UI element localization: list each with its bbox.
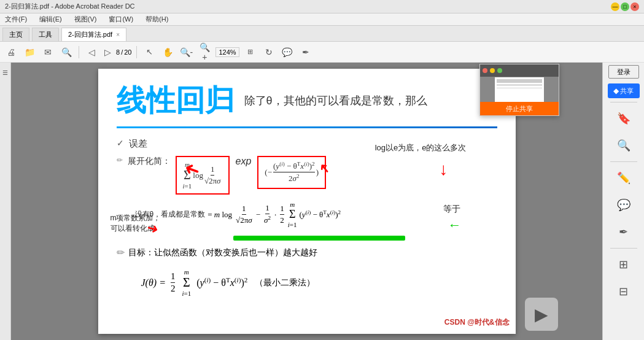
page-total: 20 <box>124 48 131 56</box>
menu-bar: 文件(F) 编辑(E) 视图(V) 窗口(W) 帮助(H) <box>0 14 644 26</box>
toolbar-sep2 <box>136 46 137 58</box>
share-button[interactable]: ◆ 共享 <box>608 83 640 98</box>
expand-icon: ⊞ <box>619 258 628 271</box>
toolbar-fit-btn[interactable]: ⊞ <box>243 45 258 60</box>
bookmark-icon: 🔖 <box>617 112 630 125</box>
checkmark-icon: ✓ <box>117 138 124 148</box>
pdf-page: 线性回归 除了θ，其他的可以看成是常数，那么 ✓ 误差 ✏ 展开化简： <box>98 69 516 334</box>
frac-eq: 1 √2πσ <box>236 204 252 225</box>
sidebar-divider-3 <box>610 248 637 249</box>
frac-2: (y(i) − θTx(i))2 2σ2 <box>273 161 315 184</box>
frac-eq2: 1 σ2 <box>264 203 271 225</box>
tab-close-icon[interactable]: × <box>116 31 120 38</box>
toolbar-email-btn[interactable]: ✉ <box>41 45 55 60</box>
sidebar-divider-2 <box>610 161 637 162</box>
final-frac: 1 2 <box>171 271 176 294</box>
menu-view[interactable]: 视图(V) <box>72 14 99 25</box>
toolbar-prev-btn[interactable]: ◁ <box>84 45 99 60</box>
menu-help[interactable]: 帮助(H) <box>143 14 171 25</box>
login-button[interactable]: 登录 <box>608 65 639 79</box>
sidebar-annotate-btn[interactable]: ✏️ <box>610 166 637 190</box>
pencil-icon: ✏ <box>117 156 123 164</box>
title-bar: 2-回归算法.pdf - Adobe Acrobat Reader DC — □… <box>0 0 644 14</box>
left-panel-btn[interactable]: ☰ <box>1 65 10 80</box>
zoom-level: 124% <box>215 47 239 57</box>
toolbar-print-btn[interactable]: 🖨 <box>4 45 18 60</box>
title-underline <box>117 126 497 128</box>
log-annotation: log以e为底，e的这么多次 <box>375 142 467 153</box>
pdf-title-chinese: 线性回归 <box>117 81 235 120</box>
stop-share-button[interactable]: 停止共享 <box>480 102 559 115</box>
close-button[interactable]: × <box>630 2 639 11</box>
expand-label: 展开化简： <box>128 156 171 167</box>
goal-pencil-icon: ✏ <box>117 247 125 258</box>
play-overlay[interactable]: ▶ <box>525 298 558 331</box>
toolbar-navigation: ◁ ▷ 8 / 20 <box>84 45 131 60</box>
green-arrow: ← <box>448 217 462 233</box>
goal-section: ✏ 目标：让似然函数（对数变换后也一样）越大越好 <box>117 247 497 258</box>
error-label: 误差 <box>129 138 147 150</box>
pdf-title-subtitle: 除了θ，其他的可以看成是常数，那么 <box>244 93 427 108</box>
toolbar-separator <box>79 46 79 58</box>
green-highlight-bar <box>233 236 405 241</box>
sidebar-bookmark-btn[interactable]: 🔖 <box>610 106 637 131</box>
tab-bar: 主页 工具 2-回归算法.pdf × <box>0 26 644 42</box>
toolbar-zoom-in-btn[interactable]: 🔍+ <box>197 45 212 60</box>
menu-file[interactable]: 文件(F) <box>2 14 29 25</box>
maximize-button[interactable]: □ <box>621 2 629 11</box>
share-overlay-header <box>480 64 559 77</box>
comment-icon: 💬 <box>617 198 630 212</box>
toolbar-pen-btn[interactable]: ✒ <box>298 45 313 60</box>
toolbar-rotate-btn[interactable]: ↻ <box>262 45 276 60</box>
app-title: 2-回归算法.pdf - Adobe Acrobat Reader DC <box>5 2 135 11</box>
toolbar-open-btn[interactable]: 📁 <box>22 45 37 60</box>
toolbar-zoom-out-btn[interactable]: 🔍- <box>179 45 193 60</box>
play-icon: ▶ <box>535 304 548 325</box>
pdf-title-section: 线性回归 除了θ，其他的可以看成是常数，那么 <box>117 81 497 120</box>
right-sidebar: 登录 ◆ 共享 🔖 🔍 ✏️ 💬 ✒ ⊞ ⊟ <box>602 63 644 340</box>
share-label: 共享 <box>620 87 634 96</box>
overlay-close-dot <box>483 68 487 73</box>
annotate-icon: ✏️ <box>617 171 630 185</box>
exp-label: exp <box>236 156 252 167</box>
menu-window[interactable]: 窗口(W) <box>106 14 136 25</box>
search-icon: 🔍 <box>617 139 630 152</box>
red-arrow-3: ↓ <box>440 160 448 179</box>
final-formula-section: J(θ) = 1 2 m Σ i=1 (y(i) − θTx(i))2 （最小二… <box>141 268 497 297</box>
minimize-button[interactable]: — <box>611 2 619 11</box>
sidebar-layers-btn[interactable]: ⊟ <box>610 279 637 304</box>
tab-home[interactable]: 主页 <box>2 28 29 41</box>
share-overlay-content <box>480 77 559 102</box>
toolbar: 🖨 📁 ✉ 🔍 ◁ ▷ 8 / 20 ↖ ✋ 🔍- 🔍+ 124% ⊞ ↻ 💬 … <box>0 42 644 63</box>
sidebar-expand-btn[interactable]: ⊞ <box>610 252 637 277</box>
tab-home-label: 主页 <box>9 30 23 39</box>
share-icon: ◆ <box>613 87 619 95</box>
page-sep: / <box>121 48 123 56</box>
toolbar-search-btn[interactable]: 🔍 <box>59 45 74 60</box>
overlay-min-dot <box>490 68 495 73</box>
tab-file-label: 2-回归算法.pdf <box>68 30 112 39</box>
tab-file[interactable]: 2-回归算法.pdf × <box>61 28 126 41</box>
pen-icon: ✒ <box>619 225 628 239</box>
sidebar-comment-btn[interactable]: 💬 <box>610 193 637 217</box>
frac-eq3: 1 2 <box>280 204 284 225</box>
share-overlay: 停止共享 <box>479 64 559 116</box>
main-layout: ☰ 线性回归 除了θ，其他的可以看成是常数，那么 ✓ 误差 ✏ 展开化简 <box>0 63 644 340</box>
sidebar-search-btn[interactable]: 🔍 <box>610 133 637 158</box>
formula-box-2: ( − (y(i) − θTx(i))2 2σ2 ) <box>257 156 326 189</box>
csdn-watermark: CSDN @时代&信念 <box>444 317 510 328</box>
toolbar-next-btn[interactable]: ▷ <box>100 45 115 60</box>
toolbar-select-btn[interactable]: ↖ <box>142 45 157 60</box>
sidebar-pen-btn[interactable]: ✒ <box>610 220 637 244</box>
toolbar-comment-btn[interactable]: 💬 <box>280 45 295 60</box>
overlay-max-dot <box>497 68 502 73</box>
share-preview <box>495 77 544 102</box>
page-current: 8 <box>116 48 120 56</box>
pdf-area: 线性回归 除了θ，其他的可以看成是常数，那么 ✓ 误差 ✏ 展开化简： <box>11 63 602 340</box>
toolbar-hand-btn[interactable]: ✋ <box>160 45 175 60</box>
layers-icon: ⊟ <box>619 285 628 298</box>
tab-tools[interactable]: 工具 <box>32 28 59 41</box>
menu-edit[interactable]: 编辑(E) <box>37 14 64 25</box>
equal-annotation: 等于 <box>443 204 460 215</box>
final-formula-label: J(θ) = <box>141 277 166 288</box>
